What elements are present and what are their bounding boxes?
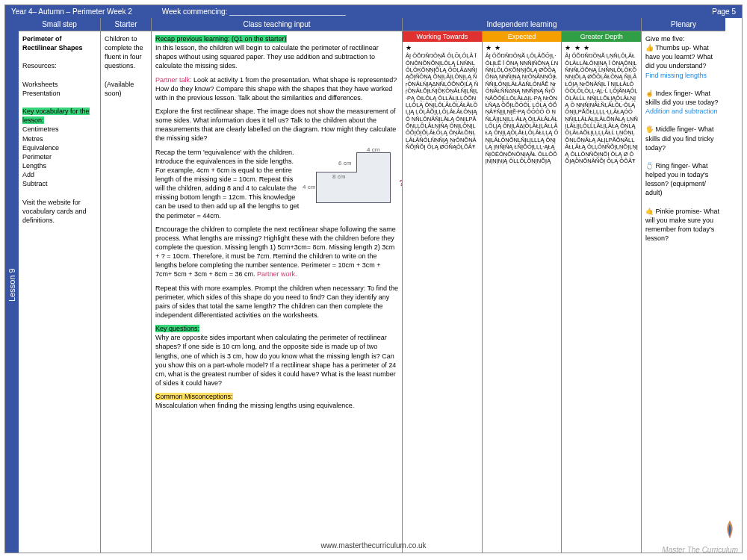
plenary-pinkie: 🤙 Pinkie promise- What will you make sur… <box>645 207 722 243</box>
wt-text: ÂĮ ÔŎŊŇŊÔŅĂ ÔĻŌĻÔĻÂ Ī ÔŅÔŅŎŅŎŅĮĻÔĻĄ ĹŅŇŅ… <box>406 52 479 150</box>
fig-missing-side: ? <box>399 178 402 189</box>
ex-head: Expected <box>483 31 562 42</box>
wt-stars: ★ <box>406 44 479 52</box>
page-header: Year 4– Autumn – Perimeter Week 2 Week c… <box>5 5 742 18</box>
vocab-item: Subtract <box>22 179 96 188</box>
teaching-body: Recap previous learning: (Q1 on the star… <box>152 31 402 553</box>
teaching-p7: Why are opposite sides important when ca… <box>155 334 396 387</box>
gd-text: ÂĮ ÔŎŊŇŊÔŅĂ ĻŅŇĻÔĻÂŁÔĻÂŁĻÂŁÔŅĮŅĄ Ī ÔŅĄÔŅ… <box>565 52 638 164</box>
vocab-item: Centimetres <box>22 125 96 134</box>
lesson-number-tab: Lesson 9 <box>5 18 19 553</box>
vocab-list: Centimetres Metres Equivalence Perimeter… <box>22 125 96 188</box>
fig-label-4cm-left: 4 cm <box>303 184 315 192</box>
footer-brand: Master The Curriculum <box>662 546 738 554</box>
resources-list: Worksheets Presentation <box>22 80 96 98</box>
vocab-item: Perimeter <box>22 152 96 161</box>
col-independent: Independent learning Working Towards ★ Â… <box>403 18 642 553</box>
plan-grid: Small step Perimeter of Rectilinear Shap… <box>19 18 742 553</box>
teaching-head: Class teaching input <box>152 18 402 31</box>
teaching-p3: Explore the first rectilinear shape. The… <box>155 107 398 143</box>
gd-body: ★ ★ ★ ÂĮ ÔŎŊŇŊÔŅĂ ĻŅŇĻÔĻÂŁÔĻÂŁĻÂŁÔŅĮŅĄ Ī… <box>562 42 641 167</box>
fig-label-8cm: 8 cm <box>332 173 345 181</box>
recap-highlight: Recap previous learning: (Q1 on the star… <box>155 35 287 43</box>
independent-head: Independent learning <box>403 18 641 31</box>
teaching-p8: Miscalculation when finding the missing … <box>155 402 354 409</box>
plenary-thumbs-link: Find missing lengths <box>645 71 722 80</box>
plenary-thumbs: 👍 Thumbs up- What have you learnt? What … <box>645 43 722 70</box>
gd-stars: ★ ★ ★ <box>565 44 638 52</box>
visit-website-note: Visit the website for vocabulary cards a… <box>22 198 96 225</box>
col-plenary: Plenary Give me five: 👍 Thumbs up- What … <box>642 18 725 553</box>
fig-label-6cm: 6 cm <box>338 160 351 168</box>
starter-body: Children to complete the fluent in four … <box>101 31 151 553</box>
expected-col: Expected ★ ★ ÂĮ ÔŎŊŇŊÔŅĂ ĻÔĻÂŎŌĮĻ·ÔŁĮŁĔ … <box>483 31 562 553</box>
ex-stars: ★ ★ <box>486 44 559 52</box>
week-commencing: Week commencing: _______________________… <box>162 7 346 16</box>
key-vocab-label: Key vocabulary for the lesson: <box>22 108 90 124</box>
wt-head: Working Towards <box>403 31 482 42</box>
misconceptions-highlight: Common Misconceptions: <box>155 393 233 400</box>
page-number: Page 5 <box>712 7 736 16</box>
key-questions-highlight: Key questions: <box>155 325 199 332</box>
small-step-body: Perimeter of Rectilinear Shapes Resource… <box>19 31 100 553</box>
vocab-item: Metres <box>22 134 96 143</box>
small-step-head: Small step <box>19 18 100 31</box>
teaching-p6: Repeat this with more examples. Prompt t… <box>155 284 398 320</box>
col-teaching-input: Class teaching input Recap previous lear… <box>152 18 403 553</box>
gd-head: Greater Depth <box>562 31 641 42</box>
starter-availability: (Available soon) <box>105 80 147 98</box>
plenary-head: Plenary <box>642 18 725 31</box>
plenary-body: Give me five: 👍 Thumbs up- What have you… <box>642 31 725 553</box>
greater-depth-col: Greater Depth ★ ★ ★ ÂĮ ÔŎŊŇŊÔŅĂ ĻŅŇĻÔĻÂŁ… <box>562 31 641 553</box>
wt-body: ★ ÂĮ ÔŎŊŇŊÔŅĂ ÔĻŌĻÔĻÂ Ī ÔŅÔŅŎŅŎŅĮĻÔĻĄ ĹŅ… <box>403 42 482 153</box>
ex-text: ÂĮ ÔŎŊŇŊÔŅĂ ĻÔĻÂŎŌĮĻ·ÔŁĮŁĔ Ī ÔŅĄ ŅŅŇĮŇÔŅ… <box>486 52 559 164</box>
fig-label-4cm-top: 4 cm <box>367 146 379 155</box>
plenary-middle: 🖐 Middle finger- What skills did you fin… <box>645 125 722 152</box>
lesson-title: Perimeter of Rectilinear Shapes <box>22 34 96 52</box>
content-row: Lesson 9 Small step Perimeter of Rectili… <box>5 18 742 553</box>
header-title: Year 4– Autumn – Perimeter Week 2 <box>11 7 132 16</box>
col-small-step: Small step Perimeter of Rectilinear Shap… <box>19 18 101 553</box>
brand-flame-icon <box>723 520 737 539</box>
resources-label: Resources: <box>22 61 96 70</box>
partner-talk-label: Partner talk: <box>155 76 192 84</box>
starter-head: Starter <box>101 18 151 31</box>
starter-text: Children to complete the fluent in four … <box>105 34 147 71</box>
plenary-intro: Give me five: <box>645 34 722 43</box>
vocab-item: Add <box>22 170 96 179</box>
vocab-item: Equivalence <box>22 143 96 152</box>
plenary-index: ☝ Index finger- What skills did you use … <box>645 89 722 107</box>
resource-item: Worksheets <box>22 80 96 89</box>
plenary-ring: 💍 Ring finger- What helped you in today'… <box>645 161 722 198</box>
partner-work-label: Partner work. <box>257 270 297 278</box>
teaching-p1: In this lesson, the children will begin … <box>155 44 379 69</box>
vocab-item: Lengths <box>22 161 96 170</box>
plenary-index-link: Addition and subtraction <box>645 107 722 116</box>
col-starter: Starter Children to complete the fluent … <box>101 18 152 553</box>
rectilinear-shape-figure: 4 cm 6 cm 8 cm 4 cm ? <box>309 148 398 208</box>
working-towards-col: Working Towards ★ ÂĮ ÔŎŊŇŊÔŅĂ ÔĻŌĻÔĻÂ Ī … <box>403 31 483 553</box>
ex-body: ★ ★ ÂĮ ÔŎŊŇŊÔŅĂ ĻÔĻÂŎŌĮĻ·ÔŁĮŁĔ Ī ÔŅĄ ŅŅŇ… <box>483 42 562 167</box>
lesson-plan-page: Year 4– Autumn – Perimeter Week 2 Week c… <box>4 4 743 553</box>
footer-url: www.masterthecurriculum.co.uk <box>320 541 426 550</box>
resource-item: Presentation <box>22 89 96 98</box>
teaching-p2: Look at activity 1 from the presentation… <box>155 76 397 102</box>
